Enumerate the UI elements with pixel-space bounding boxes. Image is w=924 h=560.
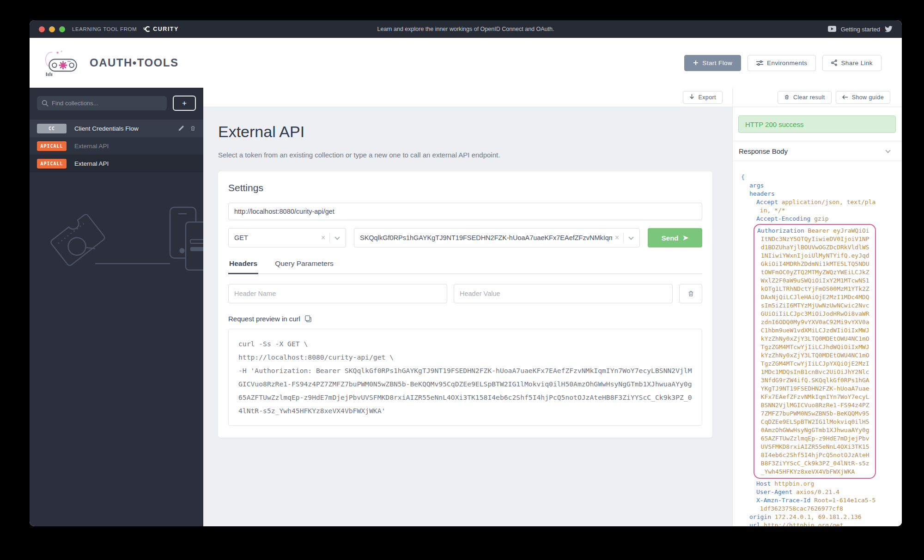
header-value-input[interactable]: [454, 284, 673, 303]
json-entry-host: Host httpbin.org: [741, 480, 876, 488]
result-toolbar: Clear result Show guide: [733, 88, 902, 107]
json-entry-accept: Accept application/json, text/plain, */*: [741, 198, 876, 215]
json-entry-url: url http://httpbin.org/get: [741, 521, 876, 526]
collections-sidebar: + CC Client Credentials Flow APICALL Ext…: [30, 88, 203, 526]
main-toolbar: Export: [203, 88, 732, 107]
copy-icon[interactable]: [305, 315, 312, 323]
search-icon: [42, 100, 49, 107]
http-method-select[interactable]: GET ×: [228, 228, 346, 247]
http-status-banner: HTTP 200 success: [738, 115, 896, 133]
open-brace: {: [741, 174, 745, 181]
chevron-down-icon[interactable]: [334, 235, 340, 240]
curity-label: CURITY: [153, 26, 179, 32]
tab-query-parameters[interactable]: Query Parameters: [274, 259, 334, 273]
app-header: OAUTH•TOOLS Start Flow Environments Shar…: [30, 38, 902, 88]
curity-c-icon: [143, 26, 151, 32]
header-name-input[interactable]: [228, 284, 447, 303]
trash-icon: [687, 290, 694, 297]
sliders-icon: [756, 60, 763, 66]
share-icon: [831, 60, 837, 66]
flow-type-badge: CC: [37, 124, 67, 133]
json-entry-authorization: Authorization Bearer eyJraWQiOiItNDc3NzY…: [757, 227, 872, 476]
send-button[interactable]: Send ➤: [648, 228, 702, 247]
page-title: External API: [218, 123, 712, 141]
flow-type-badge: APICALL: [37, 141, 67, 151]
response-body-section-header[interactable]: Response Body: [733, 141, 902, 161]
chevron-down-icon[interactable]: [885, 148, 890, 153]
curl-code-block: curl -Ss -X GET \ http://localhost:8080/…: [228, 329, 702, 426]
find-collections-input[interactable]: [37, 96, 167, 110]
close-window-button[interactable]: [39, 26, 45, 32]
sidebar-item-external-api-1[interactable]: APICALL External API: [30, 137, 203, 155]
plus-icon: [693, 60, 699, 66]
curl-line: curl -Ss -X GET \: [238, 337, 692, 350]
chevron-down-icon[interactable]: [628, 235, 633, 240]
page-subtitle: Select a token from an existing collecti…: [218, 151, 712, 159]
request-tabs: Headers Query Parameters: [228, 259, 702, 274]
learning-tool-label: LEARNING TOOL FROM: [72, 26, 137, 32]
export-button[interactable]: Export: [683, 91, 723, 104]
add-collection-button[interactable]: +: [173, 96, 196, 111]
json-entry-user-agent: User-Agent axios/0.21.4: [741, 488, 876, 496]
json-entry-x-amzn-trace-id: X-Amzn-Trace-Id Root=1-614e1ca5-51df3623…: [741, 496, 876, 513]
response-body-title: Response Body: [739, 147, 881, 155]
clear-result-button[interactable]: Clear result: [778, 91, 832, 104]
edit-icon[interactable]: [178, 125, 184, 132]
settings-heading: Settings: [228, 182, 702, 193]
curl-line: http://localhost:8080/curity-api/get \: [238, 350, 692, 364]
clear-token-icon[interactable]: ×: [612, 234, 623, 242]
result-panel: Clear result Show guide HTTP 200 success…: [732, 88, 902, 526]
browser-topbar: LEARNING TOOL FROM CURITY Learn and expl…: [30, 20, 902, 38]
share-link-button[interactable]: Share Link: [822, 55, 881, 71]
twitter-icon[interactable]: [885, 26, 893, 32]
getting-started-link[interactable]: Getting started: [841, 26, 880, 33]
curl-preview-label: Request preview in curl: [228, 315, 300, 323]
tagline: Learn and explore the inner workings of …: [377, 26, 554, 32]
sidebar-item-client-credentials-flow[interactable]: CC Client Credentials Flow: [30, 120, 203, 137]
ticket-and-devices-illustration: [30, 193, 203, 286]
json-entry-args: args: [741, 181, 876, 190]
main-panel: Export External API Select a token from …: [203, 88, 732, 526]
app-window: LEARNING TOOL FROM CURITY Learn and expl…: [30, 20, 902, 526]
oauth-tools-logo-graphic: [43, 48, 83, 78]
environments-button[interactable]: Environments: [748, 55, 816, 71]
token-select[interactable]: SKQqlkGf0RPs1hGAYKgTJ9NT19FSEDHN2FZK-hUo…: [354, 228, 640, 247]
show-guide-button[interactable]: Show guide: [836, 91, 890, 104]
zoom-window-button[interactable]: [59, 26, 65, 32]
send-arrow-icon: ➤: [683, 234, 689, 242]
json-entry-headers: headers: [741, 190, 876, 198]
curl-line: -H 'Authorization: Bearer SKQqlkGf0RPs1h…: [238, 364, 692, 417]
youtube-icon[interactable]: [828, 26, 836, 32]
curity-logo: CURITY: [143, 26, 179, 32]
oauth-tools-wordmark: OAUTH•TOOLS: [90, 56, 178, 69]
json-entry-accept-encoding: Accept-Encoding gzip: [741, 215, 876, 223]
delete-icon[interactable]: [190, 125, 196, 132]
start-flow-button[interactable]: Start Flow: [684, 55, 741, 71]
json-entry-origin: origin 172.24.0.1, 69.181.2.136: [741, 513, 876, 521]
settings-card: Settings GET × SKQqlkGf0RPs1hGAYKgTJ9NT1…: [218, 171, 712, 438]
authorization-highlight-box: Authorization Bearer eyJraWQiOiItNDc3NzY…: [754, 224, 876, 479]
download-icon: [689, 94, 694, 100]
minimize-window-button[interactable]: [49, 26, 55, 32]
api-url-input[interactable]: [228, 203, 702, 220]
sidebar-item-external-api-2[interactable]: APICALL External API: [30, 155, 203, 172]
tab-headers[interactable]: Headers: [228, 259, 258, 273]
trash-icon: [784, 94, 790, 100]
flow-type-badge: APICALL: [37, 159, 67, 169]
arrow-left-icon: [842, 95, 848, 100]
clear-method-icon[interactable]: ×: [318, 234, 329, 242]
response-json: { args headers Accept application/json, …: [741, 173, 876, 526]
remove-header-button[interactable]: [679, 284, 702, 303]
